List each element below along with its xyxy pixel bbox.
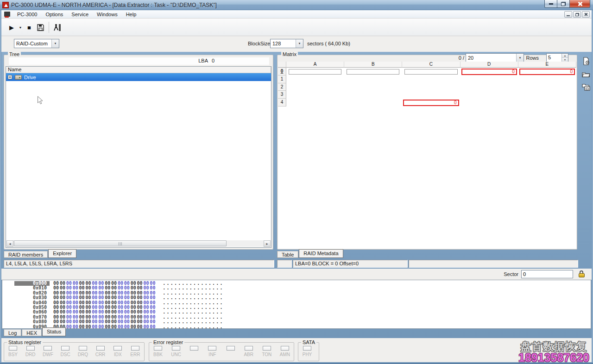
expand-plus-icon[interactable]: [8, 75, 12, 79]
led-label: AMN: [279, 352, 291, 357]
restore-button[interactable]: [557, 0, 570, 8]
scroll-right-button[interactable]: ►: [264, 240, 271, 247]
matrix-column-header-e[interactable]: E: [518, 62, 576, 68]
hex-byte: 00: [143, 325, 150, 329]
document-gear-button[interactable]: [581, 56, 591, 66]
tab-raid-members[interactable]: RAID members: [4, 251, 48, 258]
register-led-drq: DRQ: [77, 346, 89, 357]
led-label: ABR: [243, 352, 255, 357]
tree-horizontal-scrollbar[interactable]: ◄ ►: [6, 240, 271, 247]
mdi-window-controls: [564, 11, 590, 18]
scrollbar-track[interactable]: [13, 240, 264, 247]
tab-raid-metadata[interactable]: RAID Metadata: [299, 249, 343, 258]
hex-address[interactable]: 0x080: [14, 320, 50, 324]
matrix-cell-b0[interactable]: [347, 69, 399, 75]
open-folder-button[interactable]: [581, 69, 591, 79]
menu-item-options[interactable]: Options: [41, 11, 67, 18]
matrix-tabs: TableRAID Metadata: [277, 251, 578, 261]
matrix-column-header-d[interactable]: D: [461, 62, 518, 68]
save-button[interactable]: [35, 22, 46, 33]
hex-byte: 00: [143, 320, 150, 324]
mdi-minimize-button[interactable]: [564, 11, 572, 18]
blocksize-select[interactable]: 128 ▼: [270, 39, 303, 48]
matrix-column-header-c[interactable]: C: [402, 62, 460, 68]
matrix-page-select[interactable]: 20 ▼: [466, 53, 524, 62]
tree-panel: Tree LBA 0 Name Drive ◄ ►: [4, 55, 273, 250]
hex-byte: 00: [105, 320, 111, 324]
matrix-grid: ABCDE01234000: [278, 62, 576, 249]
register-led-drd: DRD: [25, 346, 37, 357]
mdi-restore-button[interactable]: [573, 11, 581, 18]
matrix-row-header-2[interactable]: 2: [278, 83, 286, 91]
menu-item-service[interactable]: Service: [67, 11, 93, 18]
matrix-row-header-4[interactable]: 4: [278, 99, 286, 107]
tree-column-header-name[interactable]: Name: [6, 67, 271, 73]
blocksize-value: 128: [271, 41, 296, 46]
hex-byte: 00: [124, 320, 131, 324]
minimize-button[interactable]: [544, 0, 557, 8]
hex-byte: 00: [150, 325, 156, 329]
matrix-cell-a0[interactable]: [289, 69, 341, 75]
led-indicator: [131, 346, 139, 351]
register-led-dsc: DSC: [59, 346, 71, 357]
register-led-phy: PHY: [301, 346, 313, 357]
rows-spinner[interactable]: 5 ▲ ▼: [546, 53, 568, 62]
matrix-column-header-a[interactable]: A: [286, 62, 344, 68]
scroll-left-button[interactable]: ◄: [6, 240, 13, 247]
matrix-column-header-b[interactable]: B: [344, 62, 402, 68]
register-led-bbk: BBK: [152, 346, 164, 357]
spinner-up-icon[interactable]: ▲: [562, 54, 568, 58]
matrix-row-header-0[interactable]: 0: [278, 68, 286, 75]
matrix-cell-c4[interactable]: 0: [403, 100, 459, 106]
register-led-blank: [225, 346, 237, 357]
menu-items: PC-3000OptionsServiceWindowsHelp: [13, 11, 140, 18]
start-button[interactable]: ▶: [6, 22, 17, 33]
matrix-row-header-3[interactable]: 3: [278, 91, 286, 99]
matrix-cell-d0[interactable]: 0: [461, 69, 517, 75]
bottom-tabs: LogHEXStatus: [4, 329, 282, 339]
hex-byte: 00: [66, 320, 73, 324]
led-label: ERR: [129, 352, 141, 357]
spinner-down-icon[interactable]: ▼: [562, 58, 568, 62]
menu-item-windows[interactable]: Windows: [93, 11, 122, 18]
matrix-row-header-1[interactable]: 1: [278, 75, 286, 83]
stop-button[interactable]: ■: [24, 22, 35, 33]
tree-item-label: Drive: [24, 75, 36, 80]
sector-label: Sector: [504, 271, 518, 277]
exit-button[interactable]: [52, 22, 63, 33]
hex-byte: 00: [92, 320, 98, 324]
matrix-cell-e0[interactable]: 0: [519, 69, 575, 75]
scrollbar-thumb[interactable]: [14, 240, 227, 246]
watermark: 盘首数据恢复 18913587620: [518, 341, 589, 364]
lock-icon[interactable]: [579, 270, 585, 278]
sata-label: SATA: [301, 339, 316, 345]
hex-byte: 00: [111, 320, 118, 324]
raid-profile-value: RAID-Custom: [14, 41, 51, 46]
menu-item-help[interactable]: Help: [122, 11, 141, 18]
dropdown-arrow-icon[interactable]: ▼: [516, 54, 524, 62]
dropdown-arrow-icon[interactable]: ▼: [51, 39, 59, 48]
matrix-cell-c0[interactable]: [404, 69, 457, 75]
close-button[interactable]: [570, 0, 590, 8]
raid-profile-select[interactable]: RAID-Custom ▼: [14, 39, 59, 48]
register-led-bsy: BSY: [7, 346, 19, 357]
sata-leds: PHY: [301, 346, 316, 357]
tab-explorer[interactable]: Explorer: [48, 249, 76, 258]
start-options-dropdown[interactable]: ▼: [17, 22, 24, 33]
hex-byte: 00: [124, 325, 131, 329]
save-table-button[interactable]: [581, 82, 591, 92]
tab-status[interactable]: Status: [42, 327, 66, 336]
toolbar: ▶ ▼ ■: [1, 19, 592, 36]
tab-table[interactable]: Table: [277, 251, 298, 258]
exit-person-door-icon: [53, 24, 62, 31]
tab-log[interactable]: Log: [4, 329, 21, 336]
tab-hex[interactable]: HEX: [22, 329, 42, 336]
hex-ascii: ................: [163, 320, 224, 324]
menu-item-pc-3000[interactable]: PC-3000: [13, 11, 41, 18]
hex-viewer[interactable]: 0x00000000000000000000000000000000000...…: [2, 280, 591, 329]
tree-item-drive[interactable]: Drive: [6, 73, 271, 81]
sector-input[interactable]: [521, 270, 573, 278]
dropdown-arrow-icon[interactable]: ▼: [296, 39, 303, 48]
mdi-close-button[interactable]: [582, 11, 590, 18]
led-label: [188, 352, 200, 357]
